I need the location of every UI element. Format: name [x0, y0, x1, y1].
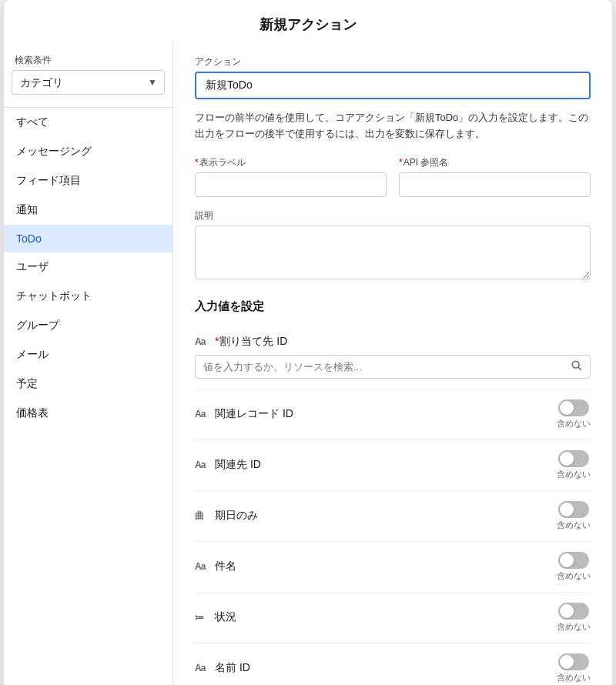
toggle-label-1: 含めない [557, 469, 591, 480]
main-content: アクション フローの前半の値を使用して、コアアクション「新規ToDo」の入力を設… [173, 42, 612, 685]
toggle-0[interactable] [558, 399, 589, 416]
field-name-5: 名前 ID [215, 661, 557, 675]
field-name-4: 状況 [215, 610, 557, 624]
toggle-area-0: 含めない [557, 399, 591, 429]
field-name-3: 件名 [215, 560, 557, 573]
sidebar-item-chatbot[interactable]: チャットボット [4, 282, 172, 311]
description-field-wrapper: 説明 [195, 209, 591, 282]
toggle-5[interactable] [558, 653, 589, 670]
display-api-row: *表示ラベル *API 参照名 [195, 156, 591, 197]
api-name-input[interactable] [399, 172, 591, 197]
api-name-field: *API 参照名 [399, 156, 591, 197]
field-type-icon-0: Aa [195, 409, 210, 419]
assignee-search-input[interactable] [203, 361, 571, 373]
sidebar-item-pricebook[interactable]: 価格表 [4, 399, 172, 428]
toggle-area-5: 含めない [557, 653, 591, 683]
field-name-0: 関連レコード ID [215, 407, 557, 421]
required-star-assignee: * [215, 335, 219, 347]
sidebar-item-feed[interactable]: フィード項目 [4, 166, 172, 195]
field-type-icon-4: ≔ [195, 612, 210, 623]
sidebar-item-todo[interactable]: ToDo [4, 225, 172, 252]
toggle-label-4: 含めない [557, 621, 591, 633]
table-row: ≔ 状況 含めない [195, 593, 591, 643]
search-icon [571, 360, 582, 373]
required-star-api: * [399, 157, 403, 168]
table-row: Aa 関連先 ID 含めない [195, 440, 591, 491]
sidebar-item-mail[interactable]: メール [4, 340, 172, 369]
assignee-header: Aa *割り当て先 ID [195, 335, 591, 349]
action-field-label: アクション [195, 55, 591, 68]
required-star-display: * [195, 157, 199, 168]
toggle-label-0: 含めない [557, 418, 591, 429]
sidebar-item-user[interactable]: ユーザ [4, 252, 172, 282]
sidebar-item-group[interactable]: グループ [4, 311, 172, 340]
category-select-wrapper[interactable]: カテゴリ ▼ [12, 70, 165, 95]
modal-title: 新規アクション [4, 0, 612, 42]
svg-line-1 [578, 367, 581, 369]
toggle-area-4: 含めない [557, 603, 591, 633]
field-type-icon-1: Aa [195, 459, 210, 470]
sidebar: 検索条件 カテゴリ ▼ すべて メッセージング フィード項目 通知 ToDo ユ… [4, 42, 173, 685]
display-label-input[interactable] [195, 172, 387, 197]
table-row: Aa 関連レコード ID 含めない [195, 389, 591, 440]
toggle-area-2: 含めない [557, 501, 591, 531]
input-settings-title: 入力値を設定 [195, 299, 591, 314]
display-label-field: *表示ラベル [195, 156, 387, 197]
table-row: Aa 名前 ID 含めない [195, 643, 591, 685]
toggle-area-1: 含めない [557, 450, 591, 480]
toggle-area-3: 含めない [557, 552, 591, 582]
description-field-label: 説明 [195, 209, 591, 222]
sidebar-item-notification[interactable]: 通知 [4, 195, 172, 225]
toggle-3[interactable] [558, 552, 589, 569]
table-row: 曲 期日のみ 含めない [195, 491, 591, 542]
sidebar-item-messaging[interactable]: メッセージング [4, 137, 172, 166]
field-name-1: 関連先 ID [215, 458, 557, 472]
action-input[interactable] [195, 72, 591, 99]
sidebar-item-schedule[interactable]: 予定 [4, 369, 172, 399]
toggle-4[interactable] [558, 603, 589, 620]
toggle-1[interactable] [558, 450, 589, 467]
toggle-label-3: 含めない [557, 570, 591, 582]
sidebar-item-all[interactable]: すべて [4, 108, 172, 137]
toggle-label-2: 含めない [557, 520, 591, 531]
assignee-id-label: *割り当て先 ID [215, 335, 591, 349]
category-select[interactable]: カテゴリ [12, 70, 165, 95]
field-type-icon-5: Aa [195, 663, 210, 673]
toggle-2[interactable] [558, 501, 589, 518]
display-label-label: *表示ラベル [195, 156, 387, 169]
description-text: フローの前半の値を使用して、コアアクション「新規ToDo」の入力を設定します。こ… [195, 110, 591, 142]
field-type-icon-3: Aa [195, 561, 210, 572]
api-name-label: *API 参照名 [399, 156, 591, 169]
description-textarea[interactable] [195, 226, 591, 279]
search-label: 検索条件 [4, 54, 172, 70]
field-type-icon-2: 曲 [195, 510, 210, 523]
modal-body: 検索条件 カテゴリ ▼ すべて メッセージング フィード項目 通知 ToDo ユ… [4, 42, 612, 685]
assignee-type-icon: Aa [195, 336, 210, 347]
input-settings: Aa *割り当て先 ID [195, 325, 591, 685]
table-row: Aa 件名 含めない [195, 542, 591, 593]
assignee-search-row[interactable] [195, 355, 591, 379]
field-name-2: 期日のみ [215, 509, 557, 523]
toggle-label-5: 含めない [557, 672, 591, 683]
modal: 新規アクション 検索条件 カテゴリ ▼ すべて メッセージング フィード項目 通… [4, 0, 612, 685]
assignee-id-row: Aa *割り当て先 ID [195, 325, 591, 389]
